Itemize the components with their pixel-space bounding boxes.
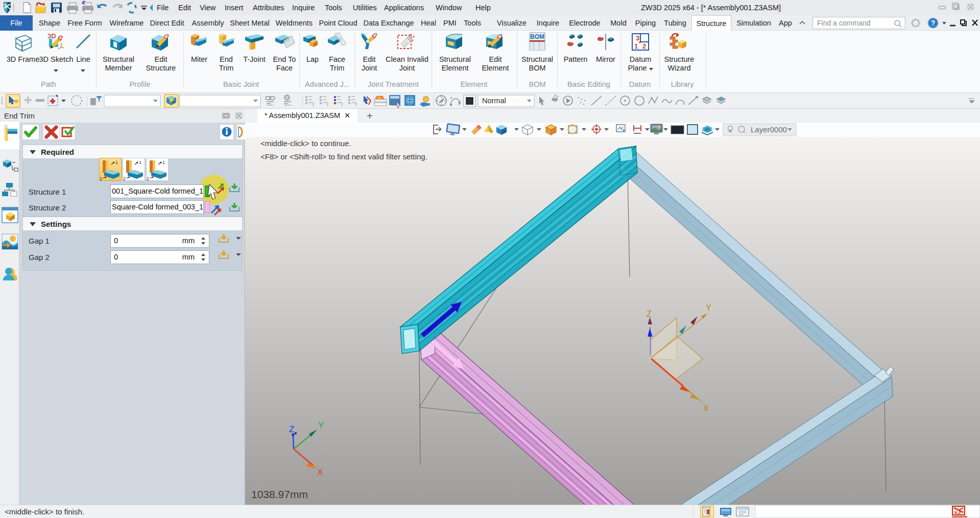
svg-text:Normal: Normal (482, 97, 506, 105)
svg-text:Y: Y (706, 303, 711, 312)
svg-text:Layer0000: Layer0000 (751, 125, 787, 134)
svg-text:?: ? (931, 19, 936, 27)
svg-text:X: X (703, 404, 709, 413)
svg-text:2: 2 (100, 176, 102, 181)
svg-text:Y: Y (318, 420, 324, 430)
svg-text:3: 3 (636, 34, 639, 42)
svg-text:X.J: X.J (954, 510, 961, 515)
svg-text:1: 1 (115, 160, 118, 165)
svg-text:X: X (317, 467, 323, 477)
svg-text:Z: Z (289, 425, 294, 434)
svg-text:2: 2 (642, 42, 646, 50)
svg-text:3D: 3D (47, 32, 56, 40)
svg-text:BOM: BOM (530, 33, 544, 40)
svg-text:Z: Z (647, 310, 652, 318)
svg-text:1: 1 (634, 42, 638, 50)
